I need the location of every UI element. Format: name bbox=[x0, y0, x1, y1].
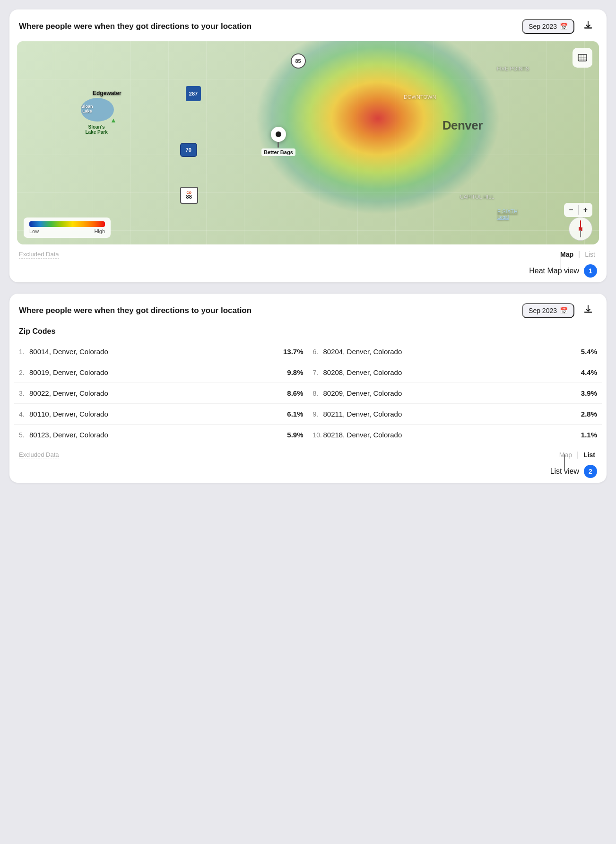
heatmap-overlay bbox=[17, 41, 599, 244]
zip-list-item: 8. 80209, Denver, Colorado 3.9% bbox=[308, 383, 602, 404]
zip-rank: 4. bbox=[19, 410, 29, 418]
compass: N bbox=[569, 217, 592, 241]
list-view-toggle: Map | List bbox=[557, 451, 597, 459]
zip-rank: 2. bbox=[19, 369, 29, 376]
zip-percentage: 4.4% bbox=[573, 368, 597, 376]
sloan-lake-label: SloanLake bbox=[69, 104, 105, 113]
zip-location: 80208, Denver, Colorado bbox=[323, 368, 573, 376]
zip-list-item: 1. 80014, Denver, Colorado 13.7% bbox=[14, 341, 308, 362]
map-card: Where people were when they got directio… bbox=[9, 9, 607, 282]
map-legend: Low High bbox=[24, 218, 111, 238]
zip-percentage: 2.8% bbox=[573, 410, 597, 418]
zip-percentage: 1.1% bbox=[573, 431, 597, 439]
map-type-button[interactable] bbox=[573, 48, 592, 68]
list-date-label: Sep 2023 bbox=[529, 307, 557, 314]
zip-location: 80218, Denver, Colorado bbox=[323, 431, 573, 439]
zip-rank: 10. bbox=[313, 431, 323, 439]
zip-percentage: 3.9% bbox=[573, 389, 597, 397]
list-card: Where people were when they got directio… bbox=[9, 294, 607, 483]
highway-88-badge: CO 88 bbox=[180, 187, 198, 204]
list-excluded-data[interactable]: Excluded Data bbox=[19, 451, 59, 459]
list-annotation-area: List view 2 bbox=[9, 465, 607, 483]
list-calendar-icon: 📅 bbox=[560, 307, 568, 314]
map-annotation-area: Heat Map view 1 bbox=[9, 264, 607, 282]
location-pin: Better Bags bbox=[261, 127, 295, 156]
list-list-view-button[interactable]: List bbox=[581, 451, 597, 459]
pin-dot bbox=[276, 131, 281, 137]
map-container[interactable]: Denver DOWNTOWN FIVE POINTS CAPITOL HILL… bbox=[17, 41, 599, 244]
zip-section-title: Zip Codes bbox=[9, 325, 607, 341]
view-divider: | bbox=[578, 250, 580, 259]
list-view-button[interactable]: List bbox=[583, 251, 597, 258]
map-background: Denver DOWNTOWN FIVE POINTS CAPITOL HILL… bbox=[17, 41, 599, 244]
zip-percentage: 6.1% bbox=[279, 410, 304, 418]
zoom-minus-button[interactable]: − bbox=[564, 203, 578, 217]
highway-287-badge: 287 bbox=[186, 86, 201, 101]
list-annotation-line bbox=[564, 454, 565, 470]
svg-rect-5 bbox=[584, 312, 592, 313]
list-card-header: Where people were when they got directio… bbox=[9, 294, 607, 325]
zip-list-item: 4. 80110, Denver, Colorado 6.1% bbox=[14, 404, 308, 425]
list-card-footer: Excluded Data Map | List bbox=[9, 445, 607, 465]
zip-list-item: 10. 80218, Denver, Colorado 1.1% bbox=[308, 425, 602, 445]
list-card-title: Where people were when they got directio… bbox=[19, 306, 252, 315]
zip-rank: 7. bbox=[313, 369, 323, 376]
zip-list-item: 3. 80022, Denver, Colorado 8.6% bbox=[14, 383, 308, 404]
zip-location: 80204, Denver, Colorado bbox=[323, 348, 573, 356]
zip-location: 80209, Denver, Colorado bbox=[323, 389, 573, 397]
annotation-badge-2: 2 bbox=[584, 465, 597, 478]
legend-color-bar bbox=[29, 221, 105, 227]
svg-rect-1 bbox=[578, 54, 587, 61]
heat-map-view-label: Heat Map view bbox=[529, 267, 579, 275]
map-date-picker[interactable]: Sep 2023 📅 bbox=[522, 19, 574, 34]
zip-percentage: 13.7% bbox=[279, 348, 304, 356]
legend-labels: Low High bbox=[29, 228, 105, 234]
annotation-badge-1: 1 bbox=[584, 264, 597, 278]
zip-percentage: 5.4% bbox=[573, 348, 597, 356]
zip-location: 80019, Denver, Colorado bbox=[29, 368, 279, 376]
map-card-title: Where people were when they got directio… bbox=[19, 22, 252, 31]
list-map-view-button[interactable]: Map bbox=[557, 451, 574, 459]
list-export-button[interactable] bbox=[579, 302, 597, 319]
calendar-icon: 📅 bbox=[560, 23, 568, 30]
zip-code-table: 1. 80014, Denver, Colorado 13.7% 2. 8001… bbox=[9, 341, 607, 445]
zoom-plus-button[interactable]: + bbox=[579, 203, 592, 217]
map-export-button[interactable] bbox=[579, 18, 597, 35]
zip-location: 80110, Denver, Colorado bbox=[29, 410, 279, 418]
sloans-park-arrow: ▲ bbox=[110, 116, 117, 124]
map-date-label: Sep 2023 bbox=[529, 23, 557, 30]
pin-circle bbox=[271, 127, 286, 142]
highway-70-badge: 70 bbox=[180, 143, 197, 157]
legend-low-label: Low bbox=[29, 228, 39, 234]
compass-inner: N bbox=[569, 218, 592, 240]
zip-location: 80022, Denver, Colorado bbox=[29, 389, 279, 397]
legend-high-label: High bbox=[94, 228, 105, 234]
list-date-picker[interactable]: Sep 2023 📅 bbox=[522, 303, 574, 318]
svg-rect-0 bbox=[584, 27, 592, 29]
zip-rank: 1. bbox=[19, 348, 29, 356]
svg-point-4 bbox=[579, 227, 582, 230]
zip-list-item: 9. 80211, Denver, Colorado 2.8% bbox=[308, 404, 602, 425]
map-excluded-data[interactable]: Excluded Data bbox=[19, 251, 59, 259]
list-annotation: List view 2 bbox=[550, 465, 597, 478]
list-view-divider: | bbox=[577, 451, 579, 459]
list-header-right: Sep 2023 📅 bbox=[522, 302, 597, 319]
map-annotation: Heat Map view 1 bbox=[529, 264, 597, 278]
pin-tail bbox=[278, 142, 279, 148]
zip-percentage: 5.9% bbox=[279, 431, 304, 439]
zip-right-column: 6. 80204, Denver, Colorado 5.4% 7. 80208… bbox=[308, 341, 602, 445]
zip-percentage: 9.8% bbox=[279, 368, 304, 376]
zip-list-item: 2. 80019, Denver, Colorado 9.8% bbox=[14, 362, 308, 383]
zip-location: 80123, Denver, Colorado bbox=[29, 431, 279, 439]
zip-rank: 9. bbox=[313, 410, 323, 418]
annotation-line bbox=[561, 254, 562, 269]
map-header-right: Sep 2023 📅 bbox=[522, 18, 597, 35]
zip-rank: 3. bbox=[19, 390, 29, 397]
pin-label: Better Bags bbox=[261, 148, 295, 156]
map-card-header: Where people were when they got directio… bbox=[9, 9, 607, 41]
zoom-controls: − + bbox=[564, 203, 592, 217]
map-view-toggle: Map | List bbox=[558, 250, 597, 259]
zip-rank: 5. bbox=[19, 431, 29, 439]
zip-rank: 6. bbox=[313, 348, 323, 356]
zip-list-item: 6. 80204, Denver, Colorado 5.4% bbox=[308, 341, 602, 362]
